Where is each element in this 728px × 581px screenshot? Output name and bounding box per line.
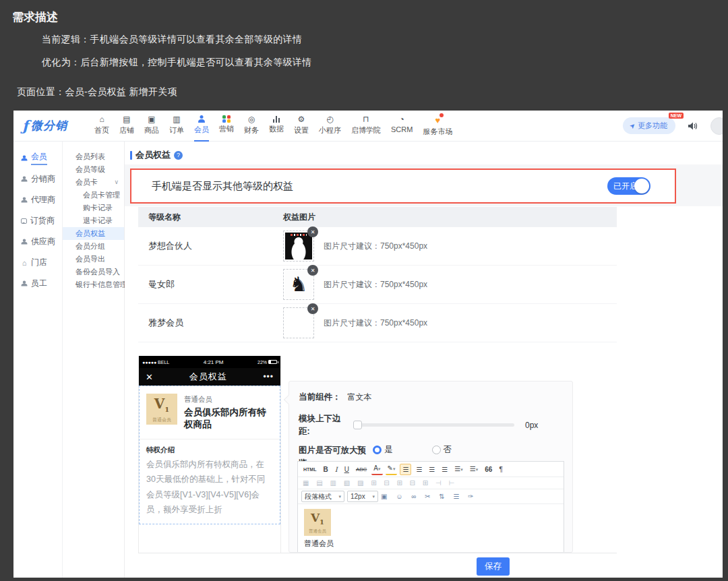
radio-yes[interactable]: 是 [373,444,393,456]
menu-member-card-manage[interactable]: 会员卡管理 [63,189,124,202]
menu-bank-card-info[interactable]: 银行卡信息管理 [63,278,124,291]
topnav-shop[interactable]: ▤店铺 [119,111,134,142]
radio-icon [432,446,441,454]
app-logo[interactable]: ƒ 微分销 [13,117,89,134]
strikethrough-button[interactable]: ABC [354,464,369,475]
save-button[interactable]: 保存 [477,557,510,576]
menu-backup-member-import[interactable]: 备份会员导入 [63,266,124,278]
order-icon: ▥ [173,115,180,124]
finance-icon: ◎ [248,115,255,124]
topnav-home[interactable]: ⌂首页 [94,111,109,142]
sidebar-suppliers[interactable]: 供应商 [13,231,62,252]
data-chart-icon [272,115,280,123]
benefit-image-upload[interactable]: ♞ ✕ [283,269,314,300]
editor-toolbar-row3: 段落格式▾ 12px▾ ▣ ☺ ∞ ✂ ⇅ ☰ ✑ [298,489,564,504]
agent-icon [22,197,28,203]
sidebar-members[interactable]: 会员 [13,148,62,169]
clock-text: 4:21 PM [169,359,257,365]
goods-icon: ▣ [148,115,155,124]
benefit-image-upload[interactable]: ✕ [283,307,314,338]
bullet-list-button[interactable]: ☰▾ [452,464,464,475]
topnav-orders[interactable]: ▥订单 [169,111,184,142]
module-margin-label: 模块上下边距: [299,412,344,438]
html-source-button[interactable]: HTML [301,464,318,475]
menu-card-refund-records[interactable]: 退卡记录 [63,214,124,227]
topnav-market[interactable]: ♥服务市场 [423,111,452,142]
help-icon[interactable]: ? [174,151,183,160]
align-left-button[interactable]: ☰ [400,464,411,475]
requirement-optimization: 优化为：后台新增按钮，控制手机端是否可以查看其余等级详情 [42,57,311,69]
remove-image-button[interactable]: ✕ [307,303,318,314]
menu-member-list[interactable]: 会员列表 [63,150,124,163]
slider-handle[interactable] [353,421,362,429]
sidebar-stores[interactable]: ⌂门店 [13,252,62,273]
benefit-image-upload[interactable]: ✕ [283,231,314,262]
font-color-button[interactable]: A▾ [371,463,382,475]
chevron-down-icon: ▾ [372,494,375,499]
phone-status-bar: ●●●●● BELL 4:21 PM 22% [139,356,280,368]
topnav-settings[interactable]: ⚙设置 [294,111,309,142]
other-levels-toggle[interactable]: 已开启 [607,177,650,195]
paragraph-wrap-button[interactable]: ¶ [497,464,504,475]
topnav-label: 商品 [144,125,159,135]
topbar-right: ➤ 更多功能 NEW [623,117,723,135]
editor-toolbar-row2: ▦ ▤ ▥ ▧ ▨ ⊞ ⊟ ⊞ ⊟ ⊞ ⊣ ⊢ [298,477,564,489]
menu-member-export[interactable]: 会员导出 [63,253,124,266]
radio-no[interactable]: 否 [432,444,452,456]
font-size-select[interactable]: 12px▾ [347,491,378,502]
topnav-data[interactable]: 数据 [269,111,284,142]
align-justify-button[interactable]: ☰ [439,464,450,475]
component-settings-panel: 当前组件： 富文本 模块上下边距: 0px 图片是否可放大预览: 是 否 HTM… [289,381,573,553]
topnav-miniprogram[interactable]: ◴小程序 [319,111,341,142]
topnav-academy[interactable]: ⊓启博学院 [351,111,381,142]
phone-page-title: 会员权益 [153,371,263,383]
admin-screenshot: ƒ 微分销 ⌂首页 ▤店铺 ▣商品 ▥订单 会员 营销 ◎财务 数据 ⚙设置 ◴… [13,111,723,578]
topnav-finance[interactable]: ◎财务 [244,111,259,142]
topnav-members[interactable]: 会员 [194,111,209,142]
remove-image-button[interactable]: ✕ [307,226,318,237]
menu-member-groups[interactable]: 会员分组 [63,240,124,253]
italic-button[interactable]: I [333,464,340,475]
menu-member-benefits[interactable]: 会员权益 [63,227,124,240]
speaker-icon[interactable] [688,121,698,131]
supplier-icon [22,239,28,245]
menu-member-level[interactable]: 会员等级 [63,163,124,176]
underline-button[interactable]: U [342,464,351,475]
blockquote-button[interactable]: 66 [483,464,494,475]
member-icon [22,155,28,161]
scrm-icon: ◔ [400,115,404,124]
menu-card-purchase-records[interactable]: 购卡记录 [63,202,124,214]
user-avatar[interactable] [710,117,723,135]
topnav-scrm[interactable]: ◔SCRM [391,111,413,142]
highlight-color-button[interactable]: ✎▾ [386,463,398,475]
selected-richtext-component[interactable]: V1 普通会员 普通会员 会员俱乐部内所有特权商品 特权介绍 会员俱乐部内所有特… [139,386,280,524]
editor-content-area[interactable]: V1 普通会员 普通会员 会员俱乐部内所有特权商品 特权介绍 [298,504,564,552]
levels-table: 等级名称 权益图片 梦想合伙人 ✕ 图片尺寸建议：750px*450px 曼女郎 [138,207,617,342]
sidebar-staff[interactable]: 员工 [13,273,62,294]
staff-icon [22,280,28,286]
bold-button[interactable]: B [321,464,330,475]
sidebar-agents[interactable]: 代理商 [13,189,62,210]
more-functions-button[interactable]: ➤ 更多功能 NEW [623,117,675,134]
sidebar-order-dealers[interactable]: 订货商 [13,210,62,231]
table-row: 雅梦会员 ✕ 图片尺寸建议：750px*450px [138,304,617,342]
align-center-button[interactable]: ☰ [414,464,424,475]
badge-letter: V [311,511,320,524]
align-right-button[interactable]: ☰ [427,464,437,475]
font-size-value: 12px [351,493,365,500]
member-level-card: V1 普通会员 普通会员 会员俱乐部内所有特权商品 [140,386,280,437]
paragraph-format-select[interactable]: 段落格式▾ [301,491,344,502]
badge-number: 1 [164,406,169,413]
menu-member-card[interactable]: 会员卡∨ [63,176,124,189]
topnav-marketing[interactable]: 营销 [219,111,234,142]
topnav-goods[interactable]: ▣商品 [144,111,159,142]
paragraph-format-value: 段落格式 [305,492,332,501]
numbered-list-button[interactable]: ☰▾ [468,464,480,475]
sidebar-distributors[interactable]: 分销商 [13,169,62,189]
shop-icon: ▤ [123,115,130,124]
margin-slider[interactable] [354,423,514,427]
table-tools-icons[interactable]: ▦ ▤ ▥ ▧ ▨ ⊞ ⊟ ⊞ ⊟ ⊞ ⊣ ⊢ [301,479,458,487]
top-nav-items: ⌂首页 ▤店铺 ▣商品 ▥订单 会员 营销 ◎财务 数据 ⚙设置 ◴小程序 ⊓启… [94,111,452,142]
remove-image-button[interactable]: ✕ [307,265,318,276]
insert-tools-icons[interactable]: ▣ ☺ ∞ ✂ ⇅ ☰ ✑ [381,493,477,500]
